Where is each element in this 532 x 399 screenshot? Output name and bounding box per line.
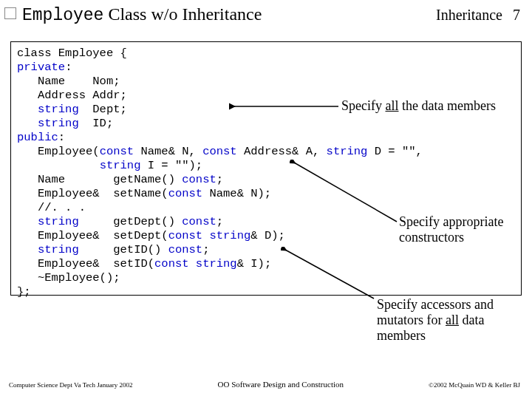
slide: Employee Class w/o Inheritance Inheritan… bbox=[0, 0, 532, 399]
footer-left: Computer Science Dept Va Tech January 20… bbox=[9, 381, 133, 389]
annotation-constructors: Specify appropriate constructors bbox=[399, 214, 503, 245]
footer-mid: OO Software Design and Construction bbox=[218, 380, 344, 389]
title-code-word: Employee bbox=[22, 6, 103, 25]
page-number: 7 bbox=[513, 7, 520, 24]
title-rest: Class w/o Inheritance bbox=[103, 4, 262, 24]
footer: Computer Science Dept Va Tech January 20… bbox=[0, 380, 532, 389]
annotation-accessors: Specify accessors and mutators for all d… bbox=[377, 297, 494, 344]
code-block: class Employee { private: Name Nom; Addr… bbox=[11, 42, 521, 304]
topic-label: Inheritance bbox=[436, 7, 502, 24]
slide-title: Employee Class w/o Inheritance bbox=[22, 4, 436, 25]
annotation-data-members: Specify all the data members bbox=[341, 98, 496, 114]
header: Employee Class w/o Inheritance Inheritan… bbox=[0, 4, 532, 25]
code-box: class Employee { private: Name Nom; Addr… bbox=[10, 41, 522, 296]
footer-right: ©2002 McQuain WD & Keller BJ bbox=[429, 381, 520, 389]
